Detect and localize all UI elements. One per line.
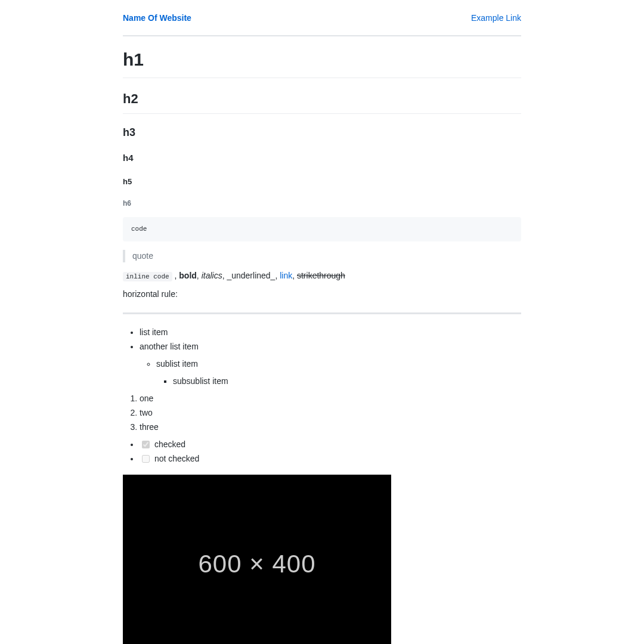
list-item: three bbox=[140, 421, 521, 434]
list-item: subsublist item bbox=[173, 375, 521, 388]
horizontal-rule bbox=[123, 312, 521, 314]
sep: , bbox=[172, 271, 179, 280]
site-title-link[interactable]: Name Of Website bbox=[123, 12, 191, 24]
blockquote-text: quote bbox=[132, 251, 153, 261]
heading-h5: h5 bbox=[123, 176, 521, 188]
inline-styles-paragraph: inline code , bold, italics, _underlined… bbox=[123, 270, 521, 282]
page-header: Name Of Website Example Link bbox=[123, 12, 521, 36]
sep: , bbox=[292, 271, 297, 280]
task-label: not checked bbox=[154, 454, 200, 463]
placeholder-image: 600 × 400 bbox=[123, 475, 391, 645]
list-item-label: sublist item bbox=[156, 359, 198, 369]
checkbox-checked bbox=[142, 441, 150, 448]
code-block: code bbox=[123, 217, 521, 242]
checkbox-unchecked bbox=[142, 455, 150, 463]
ordered-list: one two three bbox=[123, 392, 521, 434]
heading-h2: h2 bbox=[123, 89, 521, 114]
heading-h3: h3 bbox=[123, 125, 521, 141]
list-item: two bbox=[140, 407, 521, 419]
list-item: another list item sublist item subsublis… bbox=[140, 340, 521, 388]
task-list: checked not checked bbox=[123, 438, 521, 465]
list-item-label: another list item bbox=[140, 342, 199, 351]
inline-code: inline code bbox=[123, 272, 172, 281]
hr-label: horizontal rule: bbox=[123, 288, 521, 301]
task-item-unchecked: not checked bbox=[140, 453, 521, 465]
task-label: checked bbox=[154, 439, 185, 449]
heading-h4: h4 bbox=[123, 151, 521, 165]
placeholder-image-label: 600 × 400 bbox=[198, 545, 315, 583]
underlined-text: _underlined_ bbox=[227, 271, 275, 280]
blockquote: quote bbox=[123, 250, 521, 262]
nav-link-example[interactable]: Example Link bbox=[471, 12, 521, 24]
list-item: sublist item subsublist item bbox=[156, 358, 521, 388]
subsublist: subsublist item bbox=[156, 375, 521, 388]
sep: , bbox=[197, 271, 202, 280]
task-item-checked: checked bbox=[140, 438, 521, 451]
sublist: sublist item subsublist item bbox=[140, 358, 521, 388]
heading-h6: h6 bbox=[123, 198, 521, 209]
heading-h1: h1 bbox=[123, 46, 521, 78]
sep: , bbox=[275, 271, 280, 280]
strikethrough-text: strikethrough bbox=[297, 271, 345, 280]
italic-text: italics bbox=[202, 271, 222, 280]
list-item: one bbox=[140, 392, 521, 405]
bold-text: bold bbox=[179, 271, 197, 280]
list-item: list item bbox=[140, 326, 521, 339]
inline-link[interactable]: link bbox=[280, 271, 292, 280]
unordered-list: list item another list item sublist item… bbox=[123, 326, 521, 388]
